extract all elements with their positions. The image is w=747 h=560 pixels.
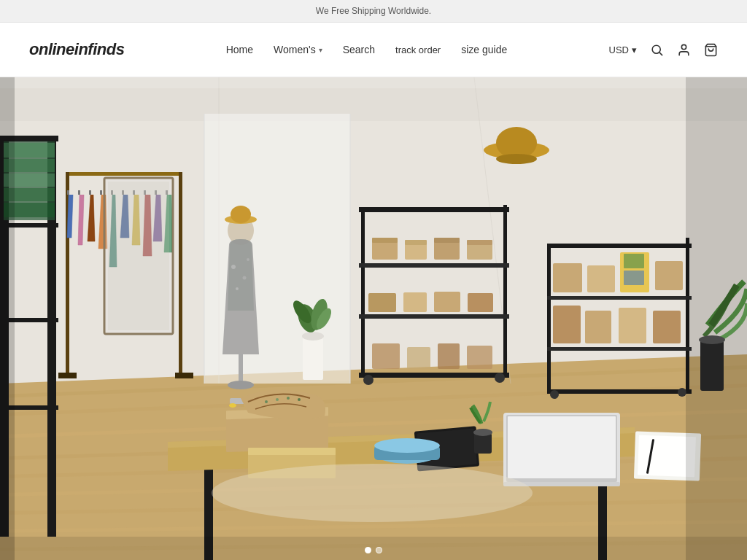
svg-rect-37 [175, 373, 193, 378]
header-actions: USD ▾ [609, 43, 718, 57]
svg-rect-89 [467, 346, 492, 369]
chevron-down-icon: ▾ [319, 46, 322, 54]
svg-rect-76 [405, 244, 427, 260]
svg-point-61 [302, 332, 324, 341]
svg-line-1 [659, 52, 662, 55]
svg-rect-98 [553, 263, 582, 292]
svg-rect-144 [686, 77, 747, 560]
svg-point-72 [363, 375, 374, 385]
svg-rect-68 [359, 207, 509, 212]
svg-rect-92 [547, 244, 692, 248]
svg-rect-101 [624, 254, 644, 268]
carousel-indicators [365, 547, 382, 553]
svg-rect-36 [58, 373, 77, 378]
svg-rect-82 [368, 293, 396, 312]
svg-rect-38 [67, 190, 69, 195]
svg-point-2 [681, 44, 686, 49]
svg-rect-35 [179, 172, 182, 376]
svg-rect-88 [438, 343, 460, 369]
svg-rect-105 [585, 311, 611, 343]
svg-rect-80 [467, 244, 492, 260]
svg-point-119 [265, 400, 268, 403]
svg-point-139 [212, 464, 533, 522]
site-header: onlineinfinds Home Women's ▾ Search trac… [0, 23, 747, 77]
announcement-bar: We Free Shipping Worldwide. [0, 0, 747, 23]
svg-rect-74 [372, 241, 398, 260]
nav-womens[interactable]: Women's ▾ [274, 44, 322, 55]
svg-point-73 [495, 373, 505, 383]
svg-point-54 [247, 258, 249, 261]
svg-point-110 [496, 154, 537, 164]
svg-rect-94 [547, 347, 692, 351]
svg-point-96 [550, 390, 559, 399]
svg-point-53 [236, 287, 239, 290]
svg-rect-69 [359, 263, 509, 268]
svg-rect-40 [89, 190, 91, 195]
site-logo[interactable]: onlineinfinds [29, 40, 124, 59]
svg-rect-84 [434, 292, 460, 312]
svg-rect-107 [653, 311, 681, 343]
svg-point-52 [243, 276, 247, 280]
svg-rect-104 [553, 306, 581, 343]
svg-rect-103 [655, 261, 683, 290]
svg-rect-78 [434, 241, 460, 260]
nav-track-order[interactable]: track order [395, 44, 441, 55]
svg-rect-77 [405, 240, 427, 245]
svg-point-138 [374, 438, 440, 453]
svg-rect-99 [587, 265, 615, 292]
svg-rect-93 [547, 296, 692, 300]
currency-chevron-icon: ▾ [632, 44, 637, 55]
svg-point-120 [276, 398, 279, 401]
svg-rect-102 [624, 271, 644, 285]
svg-point-50 [231, 206, 251, 223]
svg-point-0 [652, 45, 660, 53]
svg-rect-87 [407, 347, 430, 369]
svg-point-121 [287, 397, 290, 400]
svg-rect-70 [359, 314, 509, 319]
svg-point-97 [678, 388, 686, 397]
svg-rect-90 [547, 245, 551, 391]
svg-rect-33 [66, 172, 182, 176]
svg-rect-66 [361, 209, 365, 376]
svg-rect-145 [0, 77, 15, 560]
svg-rect-131 [474, 433, 492, 454]
carousel-dot-2[interactable] [376, 547, 382, 553]
svg-rect-55 [239, 354, 243, 384]
svg-rect-75 [372, 238, 398, 243]
svg-point-58 [229, 403, 236, 408]
main-nav: Home Women's ▾ Search track order size g… [124, 44, 608, 55]
nav-size-guide[interactable]: size guide [461, 44, 507, 55]
svg-point-56 [228, 381, 254, 389]
svg-rect-79 [434, 238, 460, 243]
svg-point-132 [473, 429, 492, 436]
nav-search[interactable]: Search [343, 44, 375, 55]
nav-home[interactable]: Home [226, 44, 253, 55]
svg-point-51 [231, 265, 236, 269]
svg-rect-129 [508, 416, 616, 478]
svg-rect-143 [0, 77, 747, 88]
svg-rect-41 [100, 190, 102, 195]
svg-rect-142 [108, 182, 169, 330]
svg-rect-81 [467, 240, 492, 245]
svg-rect-86 [372, 343, 400, 369]
cart-button[interactable] [704, 43, 718, 57]
currency-selector[interactable]: USD ▾ [609, 44, 637, 55]
account-button[interactable] [677, 43, 691, 57]
carousel-dot-1[interactable] [365, 547, 371, 553]
svg-rect-85 [468, 293, 493, 312]
svg-rect-60 [303, 336, 323, 380]
search-button[interactable] [650, 43, 664, 57]
announcement-text: We Free Shipping Worldwide. [316, 6, 431, 16]
svg-rect-39 [78, 190, 80, 195]
svg-rect-83 [403, 292, 427, 312]
svg-point-122 [298, 398, 301, 401]
svg-rect-95 [547, 389, 692, 394]
currency-label: USD [609, 44, 629, 55]
svg-rect-71 [359, 373, 509, 378]
svg-rect-124 [248, 448, 336, 455]
svg-rect-67 [503, 205, 507, 376]
svg-rect-106 [619, 308, 646, 343]
hero-section [0, 77, 747, 560]
